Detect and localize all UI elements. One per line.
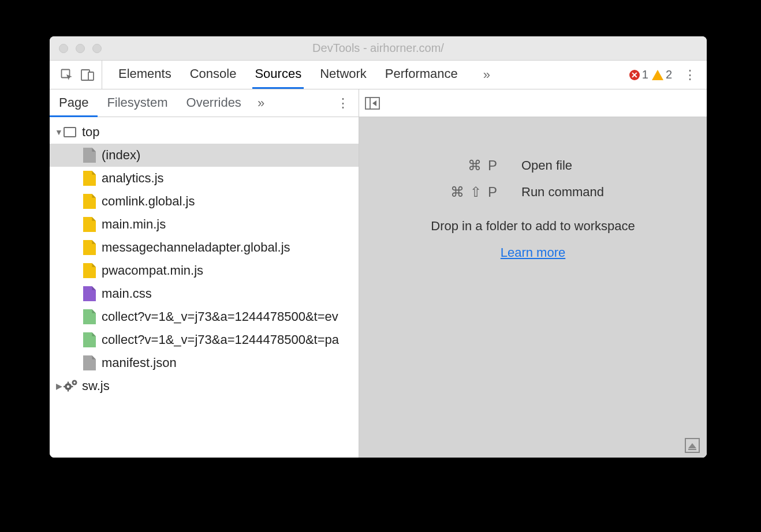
settings-menu-icon[interactable]: ⋮: [677, 61, 703, 89]
tree-label: pwacompat.min.js: [102, 263, 359, 278]
sources-body: Page Filesystem Overrides » ⋮ ▼ top (ind…: [50, 89, 707, 458]
file-icon: [83, 309, 96, 324]
window-title: DevTools - airhorner.com/: [50, 42, 707, 55]
tab-console[interactable]: Console: [188, 61, 239, 89]
file-icon: [83, 355, 96, 370]
tab-network[interactable]: Network: [318, 61, 369, 89]
device-toolbar-icon[interactable]: [80, 67, 96, 83]
tree-file[interactable]: collect?v=1&_v=j73&a=1244478500&t=ev: [50, 305, 359, 328]
errors-count: 1: [642, 68, 648, 81]
toggle-navigator-icon[interactable]: [365, 97, 380, 110]
tab-sources[interactable]: Sources: [252, 61, 304, 89]
error-warning-status[interactable]: ✕ 1 2: [625, 61, 677, 89]
tree-label: collect?v=1&_v=j73&a=1244478500&t=ev: [102, 309, 359, 324]
tree-label: manifest.json: [102, 355, 359, 370]
svg-point-10: [73, 381, 75, 383]
tab-performance[interactable]: Performance: [383, 61, 460, 89]
shortcut-open-file: ⌘ P Open file: [412, 158, 654, 174]
svg-rect-7: [64, 386, 65, 387]
file-icon: [83, 148, 96, 163]
tree-file[interactable]: collect?v=1&_v=j73&a=1244478500&t=pa: [50, 328, 359, 351]
shortcut-keys: ⌘ ⇧ P: [412, 184, 498, 200]
tree-label: collect?v=1&_v=j73&a=1244478500&t=pa: [102, 332, 359, 347]
shortcut-keys: ⌘ P: [412, 158, 498, 174]
inspect-element-icon[interactable]: [59, 67, 75, 83]
svg-point-4: [67, 385, 70, 388]
navigator-tab-overrides[interactable]: Overrides: [177, 89, 251, 117]
gears-icon: [64, 379, 76, 394]
devtools-window: DevTools - airhorner.com/ Elements Conso…: [50, 36, 707, 458]
svg-rect-6: [68, 390, 69, 392]
warnings-count: 2: [666, 68, 672, 81]
tree-label: comlink.global.js: [102, 194, 359, 209]
tree-label: main.css: [102, 286, 359, 301]
shortcut-label: Run command: [521, 185, 654, 200]
navigator-tab-page[interactable]: Page: [50, 89, 98, 117]
file-icon: [83, 171, 96, 186]
titlebar: DevTools - airhorner.com/: [50, 36, 707, 61]
main-tab-strip: Elements Console Sources Network Perform…: [50, 61, 707, 89]
svg-rect-8: [72, 386, 73, 387]
tab-elements[interactable]: Elements: [116, 61, 174, 89]
file-icon: [83, 217, 96, 232]
workspace-drop-hint: Drop in a folder to add to workspace: [431, 219, 635, 234]
tree-service-worker[interactable]: ▶ sw.js: [50, 374, 359, 398]
tree-label: (index): [102, 148, 359, 163]
svg-rect-2: [88, 72, 94, 80]
navigator-pane: Page Filesystem Overrides » ⋮ ▼ top (ind…: [50, 89, 359, 458]
navigator-menu-icon[interactable]: ⋮: [327, 89, 359, 117]
tree-file[interactable]: main.css: [50, 282, 359, 305]
window-controls: [59, 44, 102, 53]
disclosure-triangle-icon[interactable]: ▼: [54, 128, 64, 137]
main-tabs: Elements Console Sources Network Perform…: [102, 61, 625, 89]
minimize-window-button[interactable]: [76, 44, 85, 53]
file-icon: [83, 286, 96, 301]
tree-file[interactable]: main.min.js: [50, 213, 359, 236]
inspect-toolbar: [53, 61, 102, 89]
tree-file[interactable]: (index): [50, 144, 359, 167]
shortcut-run-command: ⌘ ⇧ P Run command: [412, 184, 654, 200]
tree-frame-top[interactable]: ▼ top: [50, 121, 359, 144]
file-icon: [83, 263, 96, 278]
tree-file[interactable]: comlink.global.js: [50, 190, 359, 213]
tree-file[interactable]: messagechanneladapter.global.js: [50, 236, 359, 259]
zoom-window-button[interactable]: [92, 44, 102, 53]
tree-label: top: [82, 125, 359, 140]
navigator-tab-filesystem[interactable]: Filesystem: [98, 89, 177, 117]
file-icon: [83, 332, 96, 347]
editor-pane: ⌘ P Open file ⌘ ⇧ P Run command Drop in …: [359, 89, 707, 458]
tree-label: main.min.js: [102, 217, 359, 232]
errors-badge[interactable]: ✕ 1: [629, 68, 648, 81]
editor-empty-state: ⌘ P Open file ⌘ ⇧ P Run command Drop in …: [359, 117, 707, 458]
file-icon: [83, 240, 96, 255]
warnings-badge[interactable]: 2: [652, 68, 672, 81]
tree-file[interactable]: manifest.json: [50, 351, 359, 374]
tree-label: messagechanneladapter.global.js: [102, 240, 359, 255]
warning-icon: [652, 70, 663, 80]
svg-rect-5: [68, 382, 69, 384]
disclosure-triangle-icon[interactable]: ▶: [54, 381, 64, 391]
shortcut-label: Open file: [521, 158, 654, 173]
tree-label: analytics.js: [102, 171, 359, 186]
learn-more-link[interactable]: Learn more: [501, 245, 566, 260]
tree-file[interactable]: pwacompat.min.js: [50, 259, 359, 282]
navigator-tabs: Page Filesystem Overrides » ⋮: [50, 89, 359, 117]
error-icon: ✕: [629, 70, 640, 80]
file-tree: ▼ top (index)analytics.jscomlink.global.…: [50, 117, 359, 458]
navigator-overflow-icon[interactable]: »: [251, 89, 271, 117]
frame-icon: [64, 125, 76, 140]
editor-toolbar: [359, 89, 707, 117]
drawer-toggle-icon[interactable]: [685, 438, 700, 453]
file-icon: [83, 194, 96, 209]
tree-label: sw.js: [82, 379, 359, 394]
close-window-button[interactable]: [59, 44, 68, 53]
tabs-overflow-icon[interactable]: »: [474, 61, 499, 89]
tree-file[interactable]: analytics.js: [50, 167, 359, 190]
